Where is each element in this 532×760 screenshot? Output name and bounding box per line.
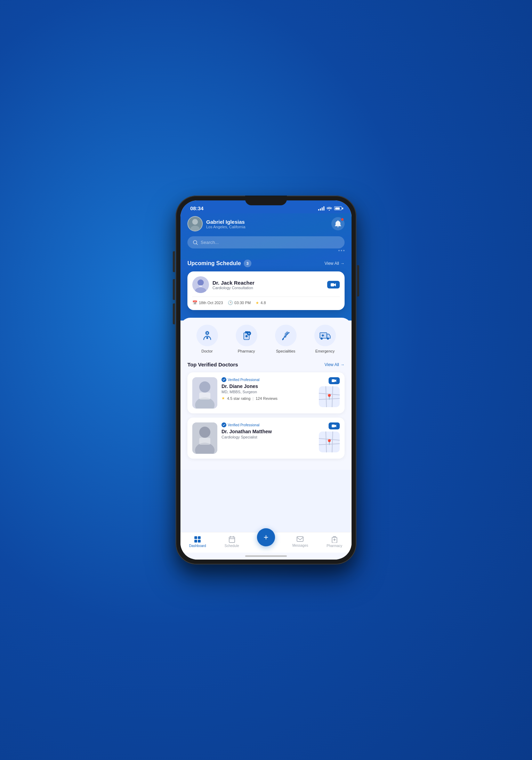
svg-rect-50 xyxy=(198,536,201,539)
appointment-date: 📅 18th Oct 2023 xyxy=(192,300,223,305)
map-preview-2: 📍 xyxy=(319,432,340,452)
doctor-avatar xyxy=(192,276,209,293)
category-doctor[interactable]: Doctor xyxy=(196,325,218,353)
svg-point-32 xyxy=(199,381,210,393)
doctor-card-2[interactable]: Verified Professional Dr. Jonathan Matth… xyxy=(187,418,345,459)
specialities-icon-wrap xyxy=(275,325,297,346)
user-location: Los Angeles, California xyxy=(206,225,245,229)
pharmacy-icon: + xyxy=(241,330,252,341)
doctor-specialty-2: Cardiology Specialist xyxy=(221,435,315,439)
doctor-details-1: Verified Professional Dr. Diane Jones MD… xyxy=(221,377,315,401)
doctor-card-1[interactable]: Verified Professional Dr. Diane Jones MD… xyxy=(187,372,345,413)
category-pharmacy[interactable]: + Pharmacy xyxy=(236,325,257,353)
doctors-section: Top Verified Doctors View All → xyxy=(187,362,345,470)
status-time: 08:34 xyxy=(190,205,203,211)
doctor-name-2: Dr. Jonathan Matthew xyxy=(221,429,315,434)
status-icons xyxy=(318,206,342,211)
wifi-icon xyxy=(327,206,332,211)
svg-point-28 xyxy=(327,338,329,340)
add-button[interactable]: + xyxy=(257,528,275,546)
search-input[interactable] xyxy=(201,240,339,245)
doctor-details-2: Verified Professional Dr. Jonathan Matth… xyxy=(221,422,315,441)
svg-rect-57 xyxy=(297,537,303,541)
doctors-title: Top Verified Doctors xyxy=(187,362,238,367)
schedule-view-all[interactable]: View All → xyxy=(324,261,345,266)
nav-schedule[interactable]: Schedule xyxy=(215,536,249,548)
map-preview-1: 📍 xyxy=(319,386,340,407)
nav-add[interactable]: + xyxy=(249,537,283,546)
svg-point-41 xyxy=(199,427,210,438)
video-call-button[interactable] xyxy=(327,281,340,288)
notification-button[interactable] xyxy=(331,217,345,230)
appointment-time: 🕒 03:30 PM xyxy=(228,300,251,305)
home-bar xyxy=(245,555,287,557)
svg-rect-30 xyxy=(322,335,324,336)
svg-rect-52 xyxy=(198,540,201,543)
category-emergency-label: Emergency xyxy=(315,349,335,353)
clock-icon: 🕒 xyxy=(228,300,233,305)
verified-icon-2 xyxy=(221,422,226,427)
header-section: Gabriel Iglesias Los Angeles, California xyxy=(180,213,352,260)
calendar-icon: 📅 xyxy=(192,300,198,305)
svg-point-6 xyxy=(198,279,204,286)
battery-icon xyxy=(334,206,342,210)
svg-point-12 xyxy=(207,332,208,334)
user-text: Gabriel Iglesias Los Angeles, California xyxy=(206,219,245,229)
video-btn-2[interactable] xyxy=(329,422,340,429)
user-name: Gabriel Iglesias xyxy=(206,219,245,225)
doctor-name-1: Dr. Diane Jones xyxy=(221,383,315,389)
doctor-photo-1 xyxy=(192,377,217,409)
svg-rect-53 xyxy=(229,537,235,543)
location-pin-1: 📍 xyxy=(326,394,333,400)
doctor-icon-wrap xyxy=(196,325,218,346)
svg-rect-49 xyxy=(194,536,197,539)
location-pin-2: 📍 xyxy=(326,439,333,445)
search-icon xyxy=(193,240,198,245)
video-btn-1[interactable] xyxy=(329,377,340,384)
category-pharmacy-label: Pharmacy xyxy=(238,349,255,353)
user-info: Gabriel Iglesias Los Angeles, California xyxy=(187,216,245,231)
nav-dashboard[interactable]: Dashboard xyxy=(180,536,215,548)
avatar xyxy=(187,216,203,231)
decorative-dots xyxy=(187,250,345,251)
svg-rect-9 xyxy=(331,283,334,286)
home-indicator xyxy=(180,553,352,560)
category-specialities[interactable]: Specialities xyxy=(275,325,297,353)
search-bar[interactable] xyxy=(187,236,345,248)
schedule-count: 3 xyxy=(244,260,251,267)
nav-pharmacy-label: Pharmacy xyxy=(327,544,342,548)
nav-messages[interactable]: Messages xyxy=(283,536,317,547)
star-icon: ★ xyxy=(256,301,259,305)
signal-icon xyxy=(318,206,324,211)
schedule-icon xyxy=(229,536,235,543)
doctor-specialty: Cardiology Consultation xyxy=(212,286,255,290)
doctor-info: Dr. Jack Reacher Cardiology Consultation xyxy=(212,280,255,290)
category-emergency[interactable]: Emergency xyxy=(314,325,336,353)
pharmacy-icon-wrap: + xyxy=(236,325,257,346)
bottom-nav: Dashboard Schedule + xyxy=(180,532,352,553)
scroll-content[interactable]: Upcoming Schedule 3 View All → xyxy=(180,260,352,532)
svg-point-27 xyxy=(321,338,323,340)
nav-dashboard-label: Dashboard xyxy=(189,544,206,548)
doctors-view-all[interactable]: View All → xyxy=(324,362,345,367)
svg-rect-44 xyxy=(332,425,335,427)
verified-badge-1: Verified Professional xyxy=(221,377,315,382)
body-section: Doctor + xyxy=(180,318,352,470)
nav-schedule-label: Schedule xyxy=(225,544,239,548)
doctor-specialty-1: MD, MBBS, Surgeon xyxy=(221,390,315,394)
rating-row-1: ★ 4.5 star rating | 124 Reviews xyxy=(221,396,315,401)
doctor-icon xyxy=(202,330,212,341)
verified-badge-2: Verified Professional xyxy=(221,422,315,427)
appointment-card[interactable]: Dr. Jack Reacher Cardiology Consultation xyxy=(187,271,345,310)
dashboard-icon xyxy=(194,536,201,543)
review-count-1: 124 Reviews xyxy=(256,396,277,401)
verified-icon-1 xyxy=(221,377,226,382)
category-doctor-label: Doctor xyxy=(201,349,212,353)
schedule-title: Upcoming Schedule 3 xyxy=(187,260,251,267)
card-details: 📅 18th Oct 2023 🕒 03:30 PM ★ 4.8 xyxy=(192,296,340,305)
category-specialities-label: Specialities xyxy=(276,349,296,353)
svg-rect-51 xyxy=(194,540,197,543)
nav-messages-label: Messages xyxy=(292,544,308,547)
nav-pharmacy[interactable]: Pharmacy xyxy=(317,536,352,548)
syringe-icon xyxy=(281,330,291,341)
